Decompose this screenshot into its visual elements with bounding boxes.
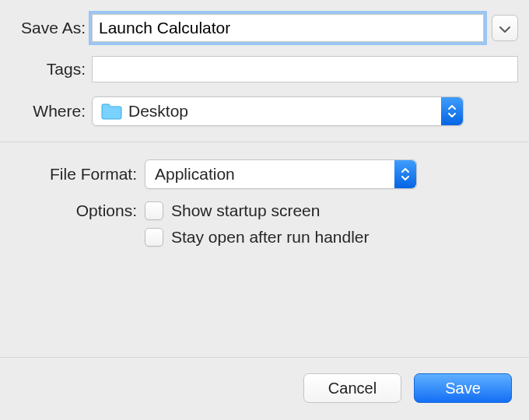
show-startup-checkbox[interactable]: Show startup screen: [145, 201, 370, 220]
file-format-popup[interactable]: Application: [145, 159, 417, 189]
where-popup[interactable]: Desktop: [92, 96, 464, 126]
checkbox-icon: [145, 201, 163, 220]
tags-input[interactable]: [92, 56, 518, 82]
footer: Cancel Save: [0, 357, 529, 420]
save-as-input[interactable]: [92, 14, 484, 42]
updown-caret-icon: [394, 160, 416, 188]
file-format-selected: Application: [155, 165, 235, 184]
save-button[interactable]: Save: [414, 373, 512, 403]
cancel-button[interactable]: Cancel: [303, 373, 401, 403]
where-label: Where:: [11, 102, 92, 121]
save-as-wrap: [92, 14, 518, 42]
expand-save-panel-button[interactable]: [492, 15, 518, 41]
options-col: Show startup screen Stay open after run …: [145, 201, 370, 247]
options-label: Options:: [11, 201, 145, 220]
mid-section: File Format: Application Options: Show s…: [0, 142, 529, 267]
save-dialog: Save As: Tags: Where:: [0, 0, 529, 420]
save-as-row: Save As:: [11, 14, 518, 42]
stay-open-checkbox[interactable]: Stay open after run handler: [145, 228, 370, 247]
folder-icon: [100, 103, 122, 120]
updown-caret-icon: [441, 97, 463, 125]
show-startup-label: Show startup screen: [171, 201, 320, 220]
file-format-row: File Format: Application: [11, 159, 518, 189]
tags-label: Tags:: [11, 60, 92, 79]
tags-row: Tags:: [11, 56, 518, 82]
save-as-label: Save As:: [11, 19, 92, 37]
checkbox-icon: [145, 228, 163, 247]
file-format-label: File Format:: [11, 165, 145, 184]
stay-open-label: Stay open after run handler: [171, 228, 370, 247]
where-row: Where: Desktop: [11, 96, 518, 126]
top-section: Save As: Tags: Where:: [0, 0, 529, 142]
where-selected: Desktop: [128, 102, 188, 121]
options-row: Options: Show startup screen Stay open a…: [11, 201, 518, 247]
chevron-down-icon: [499, 19, 510, 37]
